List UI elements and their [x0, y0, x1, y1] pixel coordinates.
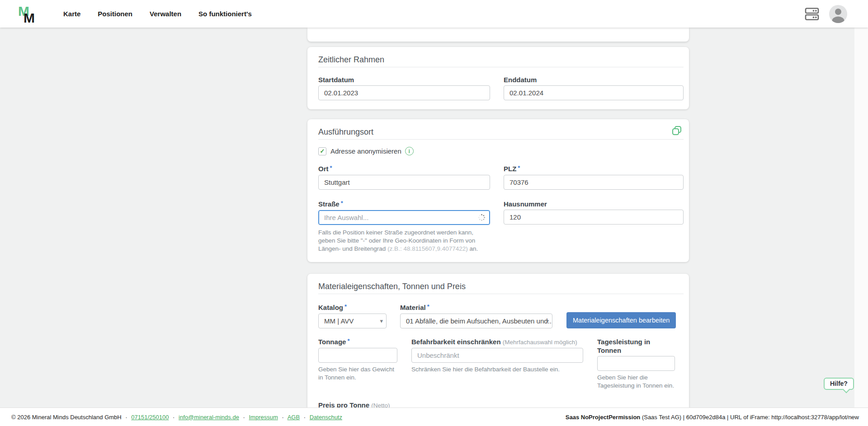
strasse-input[interactable]: [318, 210, 490, 225]
chevron-down-icon: ▾: [546, 318, 549, 324]
anonymize-checkbox[interactable]: ✓: [318, 147, 326, 155]
footer-env-info: Saas NoProjectPermission (Saas Test AG) …: [566, 414, 859, 421]
tagesleistung-input[interactable]: [597, 356, 675, 371]
material-label: Material: [400, 304, 426, 311]
footer-left: © 2026 Mineral Minds Deutschland GmbH · …: [11, 414, 342, 421]
card-ausfuehrungsort: Ausführungsort ✓ Adresse anonymisieren i…: [307, 119, 689, 262]
plz-input[interactable]: [504, 175, 684, 190]
katalog-value: MM | AVV: [324, 317, 354, 325]
anonymize-label: Adresse anonymisieren: [330, 147, 401, 155]
scrollbar-track[interactable]: [854, 28, 868, 407]
required-marker: *: [341, 200, 343, 206]
required-marker: *: [518, 164, 520, 171]
nav-item-verwalten[interactable]: Verwalten: [150, 10, 181, 18]
checkmark-icon: ✓: [320, 148, 325, 154]
ort-input[interactable]: [318, 175, 490, 190]
copyright-text: © 2026 Mineral Minds Deutschland GmbH: [11, 414, 122, 421]
befahrbarkeit-hint: (Mehrfachauswahl möglich): [503, 339, 577, 346]
env-name: Saas NoProjectPermission: [566, 414, 640, 421]
geo-example: (z.B.: 48.8115607,9.4077422): [387, 245, 468, 252]
divider: [318, 139, 684, 140]
tonnage-label: Tonnage: [318, 338, 346, 346]
main-nav: Karte Positionen Verwalten So funktionie…: [63, 10, 252, 18]
nav-item-so-funktionierts[interactable]: So funktioniert's: [198, 10, 252, 18]
card-zeitlicher-rahmen: Zeitlicher Rahmen Startdatum Enddatum: [307, 47, 689, 109]
befahrbarkeit-helper-text: Schränken Sie hier die Befahrbarkeit der…: [411, 365, 583, 374]
material-select[interactable]: 01 Abfälle, die beim Aufsuchen, Ausbeute…: [400, 314, 552, 328]
divider: [318, 67, 684, 67]
user-avatar[interactable]: [829, 5, 847, 23]
tagesleistung-label: Tagesleistung in Tonnen: [597, 338, 650, 354]
required-marker: *: [427, 303, 429, 310]
help-button[interactable]: Hilfe?: [824, 378, 854, 390]
tagesleistung-helper-text: Geben Sie hier die Tagesleistung in Tonn…: [597, 374, 675, 390]
required-marker: *: [347, 337, 349, 344]
section-title: Ausführungsort: [318, 127, 684, 136]
plz-label: PLZ: [504, 165, 516, 173]
materialeigenschaften-bearbeiten-button[interactable]: Materialeigenschaften bearbeiten: [566, 312, 676, 328]
katalog-label: Katalog: [318, 304, 343, 311]
footer: © 2026 Mineral Minds Deutschland GmbH · …: [0, 407, 868, 426]
server-list-icon[interactable]: [805, 7, 819, 21]
impressum-link[interactable]: Impressum: [249, 414, 278, 421]
hausnummer-label: Hausnummer: [504, 200, 547, 208]
previous-card-bottom: [307, 28, 689, 42]
agb-link[interactable]: AGB: [288, 414, 300, 421]
topbar-actions: [805, 5, 847, 23]
befahrbarkeit-label: Befahrbarkeit einschränken: [411, 338, 501, 346]
email-link[interactable]: info@mineral-minds.de: [179, 414, 239, 421]
tonnage-input[interactable]: [318, 348, 397, 363]
startdatum-label: Startdatum: [318, 76, 354, 84]
enddatum-input[interactable]: [504, 85, 684, 100]
chevron-down-icon: ▾: [380, 318, 383, 324]
befahrbarkeit-input[interactable]: [411, 348, 583, 363]
required-marker: *: [344, 303, 347, 310]
top-navigation-bar: M M Karte Positionen Verwalten So funkti…: [0, 0, 868, 28]
copy-icon[interactable]: [672, 126, 682, 137]
env-details: (Saas Test AG) | 60d709e2d84a | URL of i…: [640, 414, 859, 421]
section-title: Materialeigenschaften, Tonnen und Preis: [318, 282, 684, 291]
hausnummer-input[interactable]: [504, 210, 684, 225]
strasse-label: Straße: [318, 200, 340, 208]
tonnage-helper-text: Geben Sie hier das Gewicht in Tonnen ein…: [318, 365, 397, 382]
strasse-helper-text: Falls die Position keiner Straße zugeord…: [318, 229, 490, 253]
enddatum-label: Enddatum: [504, 76, 537, 84]
material-value: 01 Abfälle, die beim Aufsuchen, Ausbeute…: [406, 317, 552, 325]
datenschutz-link[interactable]: Datenschutz: [310, 414, 342, 421]
divider: [318, 294, 684, 294]
section-title: Zeitlicher Rahmen: [318, 55, 684, 64]
startdatum-input[interactable]: [318, 85, 490, 100]
required-marker: *: [330, 164, 332, 171]
form-content: Zeitlicher Rahmen Startdatum Enddatum Au…: [307, 28, 689, 426]
katalog-select[interactable]: MM | AVV ▾: [318, 314, 387, 328]
mineral-minds-logo[interactable]: M M: [18, 3, 39, 25]
info-icon[interactable]: i: [405, 147, 414, 155]
nav-item-karte[interactable]: Karte: [63, 10, 80, 18]
nav-item-positionen[interactable]: Positionen: [98, 10, 132, 18]
person-icon: [829, 5, 847, 23]
phone-link[interactable]: 07151/250100: [131, 414, 169, 421]
loading-spinner-icon: [478, 214, 486, 223]
card-materialeigenschaften: Materialeigenschaften, Tonnen und Preis …: [307, 274, 689, 426]
svg-text:M: M: [24, 10, 35, 25]
ort-label: Ort: [318, 165, 329, 173]
logo-mm-icon: M M: [18, 3, 39, 25]
